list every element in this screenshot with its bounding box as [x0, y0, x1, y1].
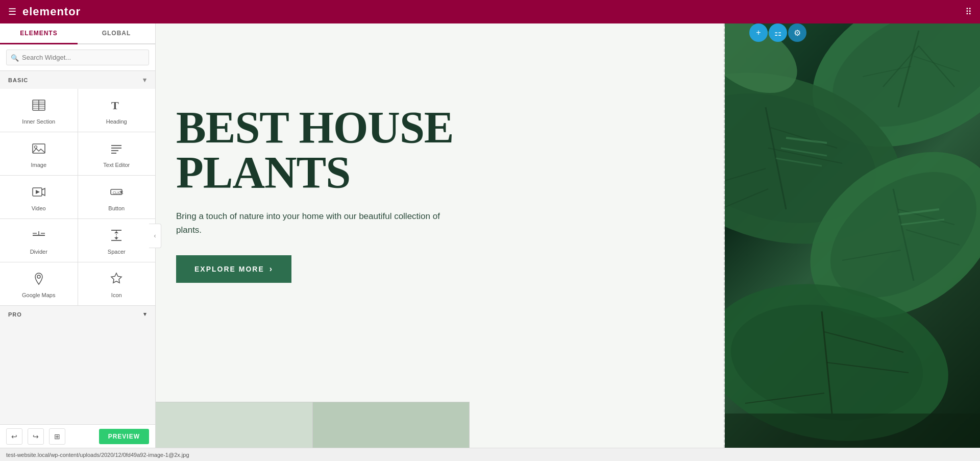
spacer-icon — [109, 228, 124, 245]
canvas-area: + ⚏ ⚙ BEST HOUSE PLANTS Bring a touch of… — [156, 23, 980, 448]
widget-button[interactable]: CLICK Button — [78, 176, 156, 219]
canvas-left: BEST HOUSE PLANTS Bring a touch of natur… — [156, 23, 725, 448]
widget-icon-label: Icon — [111, 292, 122, 298]
sidebar-bottom: ↩ ↪ ⊞ PREVIEW — [0, 424, 155, 448]
widget-video[interactable]: Video — [0, 176, 78, 219]
text-editor-icon — [109, 141, 124, 158]
basic-section-header[interactable]: BASIC ▾ — [0, 71, 155, 89]
sidebar-tabs: ELEMENTS GLOBAL — [0, 23, 155, 44]
widget-text-editor[interactable]: Text Editor — [78, 132, 156, 175]
topbar: ☰ elementor ⠿ — [0, 0, 980, 23]
hero-section: BEST HOUSE PLANTS Bring a touch of natur… — [156, 23, 725, 448]
widget-button-label: Button — [108, 205, 125, 211]
hamburger-icon[interactable]: ☰ — [8, 6, 16, 17]
status-url: test-website.local/wp-content/uploads/20… — [6, 452, 189, 458]
pro-section-label: PRO — [8, 311, 22, 318]
preview-button[interactable]: PREVIEW — [99, 429, 149, 444]
sidebar: ELEMENTS GLOBAL 🔍 BASIC ▾ — [0, 23, 156, 448]
widget-inner-section-label: Inner Section — [22, 118, 55, 125]
image-icon — [32, 141, 46, 158]
svg-point-24 — [37, 275, 40, 278]
search-bar: 🔍 — [0, 44, 155, 71]
widget-google-maps-label: Google Maps — [22, 292, 55, 298]
svg-rect-7 — [33, 144, 45, 153]
redo-button[interactable]: ↪ — [28, 428, 44, 445]
plant-background — [725, 23, 980, 448]
widget-video-label: Video — [32, 205, 46, 211]
hero-text-content: BEST HOUSE PLANTS Bring a touch of natur… — [176, 44, 454, 283]
heading-icon: T — [109, 98, 124, 114]
bottom-strip — [156, 402, 470, 448]
topbar-left: ☰ elementor — [8, 5, 81, 18]
widget-google-maps[interactable]: Google Maps — [0, 262, 78, 305]
responsive-button[interactable]: ⊞ — [49, 428, 65, 445]
widgets-grid: Inner Section T Heading — [0, 89, 155, 306]
explore-arrow-icon: › — [270, 264, 273, 274]
canvas-right — [725, 23, 980, 448]
hero-subtitle: Bring a touch of nature into your home w… — [176, 209, 442, 237]
widget-icon[interactable]: Icon — [78, 262, 156, 305]
elementor-logo: elementor — [22, 5, 81, 18]
widget-heading[interactable]: T Heading — [78, 89, 156, 132]
basic-chevron-icon: ▾ — [143, 76, 147, 84]
search-input[interactable] — [6, 50, 149, 65]
inner-section-icon — [32, 98, 46, 114]
svg-point-8 — [34, 146, 37, 149]
collapse-handle[interactable]: ‹ — [149, 224, 161, 248]
button-icon: CLICK — [109, 185, 124, 201]
widget-image-label: Image — [31, 162, 46, 168]
search-icon: 🔍 — [11, 54, 19, 61]
svg-marker-14 — [36, 190, 40, 194]
widget-divider-label: Divider — [30, 249, 47, 255]
pro-section-header[interactable]: PRO ▾ — [0, 306, 155, 323]
divider-icon — [32, 228, 46, 245]
svg-marker-25 — [111, 273, 121, 283]
status-bar: test-website.local/wp-content/uploads/20… — [0, 448, 980, 461]
bottom-strip-item-1 — [156, 402, 313, 448]
pro-chevron-icon: ▾ — [143, 311, 147, 318]
icon-icon — [109, 272, 124, 288]
canvas-toolbar: + ⚏ ⚙ — [749, 23, 806, 42]
widget-divider[interactable]: Divider — [0, 219, 78, 262]
svg-text:T: T — [111, 99, 119, 112]
settings-button[interactable]: ⚙ — [788, 23, 806, 42]
widget-inner-section[interactable]: Inner Section — [0, 89, 78, 132]
columns-button[interactable]: ⚏ — [769, 23, 787, 42]
canvas-content: BEST HOUSE PLANTS Bring a touch of natur… — [156, 23, 980, 448]
widget-heading-label: Heading — [106, 118, 127, 125]
bottom-strip-item-2 — [313, 402, 470, 448]
video-icon — [32, 185, 46, 201]
grid-icon[interactable]: ⠿ — [965, 6, 972, 17]
widget-spacer[interactable]: Spacer — [78, 219, 156, 262]
main-layout: ELEMENTS GLOBAL 🔍 BASIC ▾ — [0, 23, 980, 448]
history-button[interactable]: ↩ — [6, 428, 22, 445]
plant-svg — [725, 23, 980, 448]
hero-title: BEST HOUSE PLANTS — [176, 105, 454, 195]
widget-image[interactable]: Image — [0, 132, 78, 175]
basic-section-label: BASIC — [8, 77, 28, 83]
maps-icon — [32, 272, 46, 288]
sidebar-bottom-left: ↩ ↪ ⊞ — [6, 428, 65, 445]
widget-text-editor-label: Text Editor — [103, 162, 130, 168]
tab-global[interactable]: GLOBAL — [78, 23, 155, 43]
explore-more-button[interactable]: EXPLORE MORE › — [176, 255, 291, 283]
search-wrapper: 🔍 — [6, 50, 149, 65]
svg-rect-58 — [725, 414, 980, 448]
tab-elements[interactable]: ELEMENTS — [0, 23, 78, 44]
widget-spacer-label: Spacer — [108, 249, 126, 255]
add-element-button[interactable]: + — [749, 23, 768, 42]
